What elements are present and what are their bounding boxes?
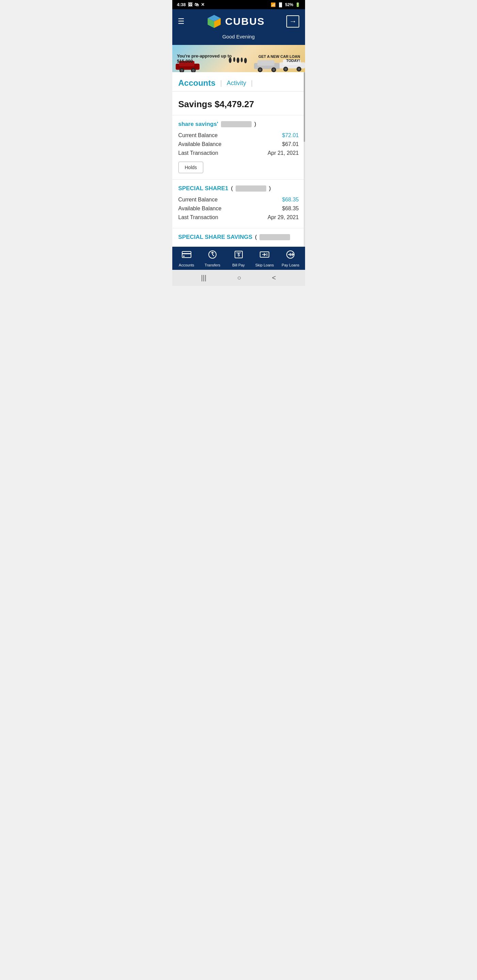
account-last-transaction-row-1: Last Transaction Apr 29, 2021 — [179, 213, 299, 222]
promo-text: You're pre-approved up to $15,000 — [177, 53, 245, 64]
svg-point-8 — [192, 69, 195, 72]
battery-icon: 🔋 — [295, 2, 300, 7]
cellular-icon: ▐▌ — [278, 2, 283, 7]
svg-point-23 — [284, 68, 287, 70]
nav-payloans[interactable]: $ Pay Loans — [278, 250, 303, 267]
account-paren-close-0: ) — [254, 121, 256, 127]
account-last-transaction-row-0: Last Transaction Apr 21, 2021 — [179, 149, 299, 158]
account-name-0[interactable]: share savings' — [179, 121, 218, 127]
account-paren-open-1: ( — [231, 185, 233, 192]
app-name: CUBUS — [225, 16, 265, 27]
payloans-nav-icon: $ — [285, 250, 295, 261]
last-transaction-value-0: Apr 21, 2021 — [268, 150, 299, 156]
account-card-partial: SPECIAL SHARE SAVINGS ( — [172, 228, 305, 247]
recent-apps-button[interactable]: ||| — [201, 274, 207, 282]
logo-icon — [206, 13, 222, 30]
wifi-icon: 📶 — [271, 2, 276, 7]
current-balance-value-1: $68.35 — [282, 197, 299, 203]
account-available-balance-row-1: Available Balance $68.35 — [179, 204, 299, 213]
billpay-nav-icon: $ — [234, 250, 244, 261]
available-balance-value-0: $67.01 — [282, 141, 299, 147]
logo-area: CUBUS — [206, 13, 265, 30]
nav-payloans-label: Pay Loans — [282, 263, 299, 267]
account-card-1: SPECIAL SHARE1 ( ) Current Balance $68.3… — [172, 180, 305, 228]
accounts-nav-icon — [182, 250, 192, 261]
svg-point-6 — [180, 69, 183, 72]
nav-billpay[interactable]: $ Bill Pay — [225, 250, 251, 267]
nav-transfers-label: Transfers — [205, 263, 220, 267]
last-transaction-value-1: Apr 29, 2021 — [268, 215, 299, 221]
account-available-balance-row-0: Available Balance $67.01 — [179, 140, 299, 149]
tab-accounts[interactable]: Accounts — [179, 78, 215, 88]
available-balance-label-1: Available Balance — [179, 205, 222, 212]
current-balance-label-0: Current Balance — [179, 132, 218, 138]
current-balance-value-0: $72.01 — [282, 132, 299, 138]
account-name-row-0: share savings' ) — [179, 121, 299, 127]
account-current-balance-row-0: Current Balance $72.01 — [179, 131, 299, 140]
status-left: 4:38 🖼 🛍 ✕ — [177, 2, 205, 7]
available-balance-value-1: $68.35 — [282, 205, 299, 212]
last-transaction-label-1: Last Transaction — [179, 215, 218, 221]
nav-billpay-label: Bill Pay — [232, 263, 245, 267]
account-number-mask-0 — [221, 121, 252, 127]
back-button[interactable]: < — [272, 274, 276, 282]
account-name-row-partial: SPECIAL SHARE SAVINGS ( — [179, 234, 299, 240]
account-number-mask-1 — [236, 185, 266, 192]
tabs-row: Accounts | Activity | — [172, 72, 305, 92]
header: ☰ CUBUS → Good Evening — [172, 9, 305, 45]
greeting: Good Evening — [222, 34, 255, 40]
home-button[interactable]: ○ — [237, 274, 241, 282]
svg-text:$: $ — [237, 253, 240, 257]
account-paren-close-1: ) — [269, 185, 271, 192]
holds-button-0[interactable]: Holds — [179, 162, 204, 173]
tab-divider-1: | — [220, 79, 222, 87]
svg-point-19 — [272, 68, 275, 71]
tab-activity[interactable]: Activity — [227, 80, 246, 87]
status-bar: 4:38 🖼 🛍 ✕ 📶 ▐▌ 52% 🔋 — [172, 0, 305, 9]
transfers-nav-icon — [207, 250, 217, 261]
available-balance-label-0: Available Balance — [179, 141, 222, 147]
logout-icon[interactable]: → — [286, 15, 299, 27]
bottom-nav: Accounts Transfers $ Bill Pay — [172, 247, 305, 270]
menu-icon[interactable]: ☰ — [178, 17, 185, 26]
skiploans-nav-icon — [260, 250, 270, 261]
nav-transfers[interactable]: Transfers — [199, 250, 225, 267]
close-icon: ✕ — [201, 2, 205, 7]
android-nav-bar: ||| ○ < — [172, 270, 305, 286]
photo-icon: 🖼 — [188, 2, 192, 7]
svg-point-25 — [298, 68, 300, 70]
savings-total-text: Savings $4,479.27 — [179, 99, 254, 109]
nav-skiploans-label: Skip Loans — [255, 263, 274, 267]
tab-divider-2: | — [251, 79, 253, 87]
savings-label: Savings — [179, 99, 212, 109]
account-current-balance-row-1: Current Balance $68.35 — [179, 195, 299, 204]
nav-accounts-label: Accounts — [179, 263, 194, 267]
savings-amount: $4,479.27 — [214, 99, 254, 109]
promo-banner[interactable]: You're pre-approved up to $15,000 GET A … — [172, 45, 305, 72]
svg-point-17 — [259, 68, 262, 71]
promo-cta: GET A NEW CAR LOAN TODAY! — [245, 54, 300, 63]
last-transaction-label-0: Last Transaction — [179, 150, 218, 156]
status-right: 📶 ▐▌ 52% 🔋 — [271, 2, 300, 7]
account-name-partial[interactable]: SPECIAL SHARE SAVINGS — [179, 234, 253, 240]
nav-accounts[interactable]: Accounts — [174, 250, 199, 267]
battery-percent: 52% — [285, 2, 293, 7]
current-balance-label-1: Current Balance — [179, 197, 218, 203]
account-card-0: share savings' ) Current Balance $72.01 … — [172, 115, 305, 180]
bag-icon: 🛍 — [195, 2, 199, 7]
header-top: ☰ CUBUS → — [178, 13, 300, 30]
savings-total-section: Savings $4,479.27 — [172, 92, 305, 115]
account-paren-open-partial: ( — [255, 234, 257, 240]
account-number-mask-partial — [260, 234, 290, 240]
account-name-1[interactable]: SPECIAL SHARE1 — [179, 185, 228, 192]
time: 4:38 — [177, 2, 186, 7]
main-content: Accounts | Activity | Savings $4,479.27 … — [172, 72, 305, 247]
account-name-row-1: SPECIAL SHARE1 ( ) — [179, 185, 299, 192]
svg-point-28 — [183, 256, 185, 257]
nav-skiploans[interactable]: Skip Loans — [252, 250, 278, 267]
svg-rect-27 — [182, 253, 191, 254]
